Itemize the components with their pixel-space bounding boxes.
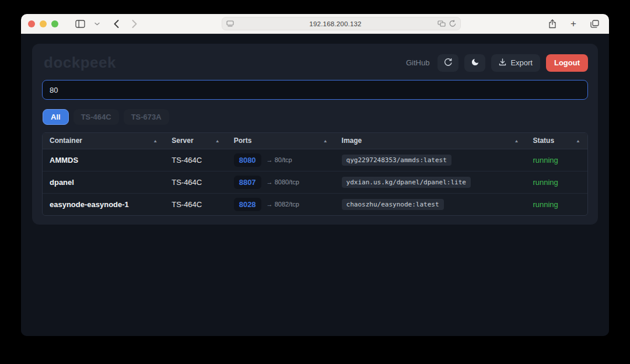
page-format-icon[interactable] xyxy=(226,20,234,27)
container-name: dpanel xyxy=(43,171,164,193)
server-name: TS-464C xyxy=(164,193,226,215)
table-row: easynode-easynode-1 TS-464C 8028 → 8082/… xyxy=(43,193,587,215)
column-header-ports[interactable]: Ports ▲ xyxy=(227,133,335,149)
browser-titlebar: 192.168.200.132 + xyxy=(21,14,609,34)
server-name: TS-464C xyxy=(164,171,226,193)
container-name: easynode-easynode-1 xyxy=(43,193,164,215)
status-badge: running xyxy=(533,156,558,164)
port-mapping: → 8082/tcp xyxy=(267,201,299,208)
new-tab-button[interactable]: + xyxy=(568,19,579,29)
export-button[interactable]: Export xyxy=(491,54,540,72)
address-bar[interactable]: 192.168.200.132 xyxy=(222,17,461,30)
column-header-status[interactable]: Status ▲ xyxy=(526,133,587,149)
url-text[interactable]: 192.168.200.132 xyxy=(237,20,434,27)
column-header-server[interactable]: Server ▲ xyxy=(164,133,226,149)
export-label: Export xyxy=(510,58,533,67)
close-window-button[interactable] xyxy=(28,20,35,27)
sort-asc-icon: ▲ xyxy=(514,138,519,143)
containers-table: Container ▲ Server ▲ Ports ▲ Image ▲ xyxy=(42,132,588,216)
logout-button[interactable]: Logout xyxy=(546,54,588,72)
table-header-row: Container ▲ Server ▲ Ports ▲ Image ▲ xyxy=(43,133,587,149)
sidebar-chevron-down-icon[interactable] xyxy=(92,22,103,26)
port-mapping: → 80/tcp xyxy=(267,156,292,163)
column-header-container[interactable]: Container ▲ xyxy=(43,133,164,149)
share-icon[interactable] xyxy=(545,19,559,29)
server-filters: All TS-464C TS-673A xyxy=(42,109,588,125)
moon-icon xyxy=(471,58,480,68)
filter-all[interactable]: All xyxy=(43,109,69,125)
theme-toggle-button[interactable] xyxy=(464,54,485,72)
table-row: AMMDS TS-464C 8080 → 80/tcp qyg229724835… xyxy=(43,149,587,171)
zoom-window-button[interactable] xyxy=(51,20,58,27)
dockpeek-card: dockpeek GitHub xyxy=(32,44,598,225)
filter-ts-673a[interactable]: TS-673A xyxy=(124,109,169,125)
image-chip: qyg2297248353/ammds:latest xyxy=(342,155,452,166)
port-link[interactable]: 8080 xyxy=(234,153,261,167)
image-chip: ydxian.us.kg/dpanel/dpanel:lite xyxy=(342,177,471,188)
github-link[interactable]: GitHub xyxy=(406,58,429,67)
minimize-window-button[interactable] xyxy=(40,20,47,27)
sidebar-toggle-icon[interactable] xyxy=(72,20,88,28)
traffic-lights xyxy=(28,20,58,27)
forward-button[interactable] xyxy=(129,20,140,28)
port-link[interactable]: 8028 xyxy=(234,198,261,211)
privacy-report-icon[interactable] xyxy=(438,20,446,27)
back-button[interactable] xyxy=(111,20,122,28)
port-mapping: → 8080/tcp xyxy=(267,178,299,186)
table-row: dpanel TS-464C 8807 → 8080/tcp ydxian.us… xyxy=(43,171,587,193)
app-logo: dockpeek xyxy=(42,54,116,72)
sort-asc-icon: ▲ xyxy=(323,138,328,143)
download-icon xyxy=(499,58,506,68)
reload-icon[interactable] xyxy=(449,20,456,27)
sort-asc-icon: ▲ xyxy=(215,138,220,143)
server-name: TS-464C xyxy=(164,149,226,171)
sort-asc-icon: ▲ xyxy=(153,138,158,143)
image-chip: chaoszhu/easynode:latest xyxy=(342,199,444,210)
browser-window: 192.168.200.132 + xyxy=(21,14,609,336)
refresh-button[interactable] xyxy=(438,54,459,72)
column-header-image[interactable]: Image ▲ xyxy=(335,133,526,149)
sort-asc-icon: ▲ xyxy=(576,138,580,143)
status-badge: running xyxy=(533,200,558,209)
status-badge: running xyxy=(533,178,558,187)
filter-ts-464c[interactable]: TS-464C xyxy=(74,109,119,125)
port-link[interactable]: 8807 xyxy=(234,176,261,189)
search-input[interactable] xyxy=(42,80,588,100)
tab-overview-icon[interactable] xyxy=(587,19,602,29)
page-viewport: dockpeek GitHub xyxy=(21,34,609,336)
container-name: AMMDS xyxy=(43,149,164,171)
refresh-icon xyxy=(444,58,453,68)
